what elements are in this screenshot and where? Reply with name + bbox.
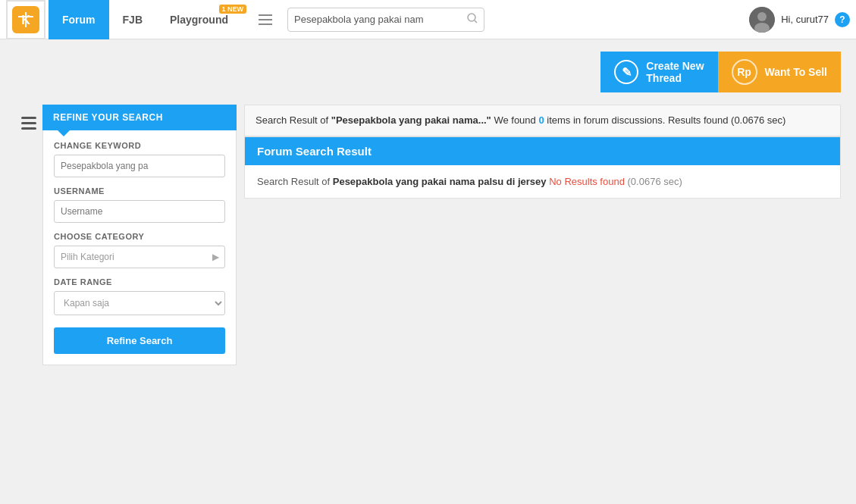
nav-tab-playground[interactable]: Playground 1 NEW	[156, 0, 249, 39]
result-bar-suffix: items in forum discussions. Results foun…	[547, 114, 785, 126]
result-bar-keyword: "Pesepakbola yang pakai nama..."	[331, 114, 491, 126]
result-bar-count: 0	[538, 114, 544, 126]
search-bar[interactable]	[287, 8, 484, 32]
logo-svg: K	[15, 9, 36, 30]
refine-search-button[interactable]: Refine Search	[54, 327, 225, 354]
right-panel: Search Result of "Pesepakbola yang pakai…	[237, 105, 841, 365]
nav-tab-fjb-label: FJB	[123, 14, 143, 26]
category-select[interactable]: Pilih Kategori	[54, 246, 225, 268]
result-body-keyword: Pesepakbola yang pakai nama palsu di jer…	[333, 176, 547, 187]
menu-icon[interactable]	[249, 14, 281, 25]
svg-rect-4	[259, 14, 272, 16]
search-result-bar: Search Result of "Pesepakbola yang pakai…	[244, 105, 841, 136]
search-icon[interactable]	[467, 13, 478, 26]
action-bar: ✎ Create New Thread Rp Want To Sell	[0, 39, 856, 105]
playground-badge: 1 NEW	[219, 5, 247, 14]
refine-body: CHANGE KEYWORD USERNAME CHOOSE CATEGORY …	[42, 130, 237, 365]
navbar: K Forum FJB Playground 1 NEW	[0, 0, 856, 39]
result-body-prefix: Search Result of	[257, 176, 330, 187]
nav-tab-fjb[interactable]: FJB	[109, 0, 156, 39]
svg-point-10	[757, 12, 767, 21]
sidebar-toggle[interactable]	[15, 105, 42, 365]
create-thread-button[interactable]: ✎ Create New Thread	[600, 52, 717, 92]
forum-result-box: Forum Search Result Search Result of Pes…	[244, 136, 841, 199]
svg-rect-6	[259, 23, 272, 25]
create-thread-label: Create New Thread	[646, 60, 704, 84]
result-bar-prefix: Search Result of	[256, 114, 328, 126]
date-range-label: DATE RANGE	[54, 277, 225, 286]
change-keyword-label: CHANGE KEYWORD	[54, 141, 225, 150]
category-select-wrapper: Pilih Kategori ▶	[54, 246, 225, 268]
username-label: USERNAME	[54, 186, 225, 196]
user-greeting: Hi, curut77	[781, 14, 829, 25]
forum-result-body: Search Result of Pesepakbola yang pakai …	[245, 165, 840, 198]
left-panel: REFINE YOUR SEARCH CHANGE KEYWORD USERNA…	[42, 105, 237, 365]
result-body-time: (0.0676 sec)	[628, 176, 682, 187]
change-keyword-input[interactable]	[54, 155, 225, 177]
help-icon[interactable]: ?	[835, 12, 850, 27]
want-sell-label: Want To Sell	[765, 66, 827, 78]
result-bar-mid: We found	[494, 114, 535, 126]
username-input[interactable]	[54, 200, 225, 223]
logo-box[interactable]: K	[6, 0, 45, 39]
search-input[interactable]	[294, 14, 467, 25]
choose-category-label: CHOOSE CATEGORY	[54, 232, 225, 241]
pen-icon: ✎	[614, 60, 638, 84]
main-content: REFINE YOUR SEARCH CHANGE KEYWORD USERNA…	[0, 105, 856, 380]
svg-point-7	[468, 14, 475, 21]
avatar	[749, 7, 775, 33]
refine-header: REFINE YOUR SEARCH	[42, 105, 237, 130]
result-body-no-results: No Results found	[549, 176, 625, 187]
nav-right: Hi, curut77 ?	[749, 7, 850, 33]
date-range-select-wrapper: Kapan saja Hari ini Minggu ini Bulan ini	[54, 291, 225, 315]
nav-tab-playground-label: Playground	[170, 14, 228, 26]
nav-tab-forum-label: Forum	[62, 14, 96, 26]
svg-line-8	[475, 20, 477, 23]
date-range-select[interactable]: Kapan saja Hari ini Minggu ini Bulan ini	[54, 291, 225, 315]
svg-rect-5	[259, 19, 272, 20]
forum-result-header: Forum Search Result	[245, 137, 840, 165]
want-sell-button[interactable]: Rp Want To Sell	[718, 52, 841, 92]
logo-icon: K	[12, 6, 39, 33]
rp-icon: Rp	[732, 59, 757, 85]
nav-tab-forum[interactable]: Forum	[49, 0, 109, 39]
